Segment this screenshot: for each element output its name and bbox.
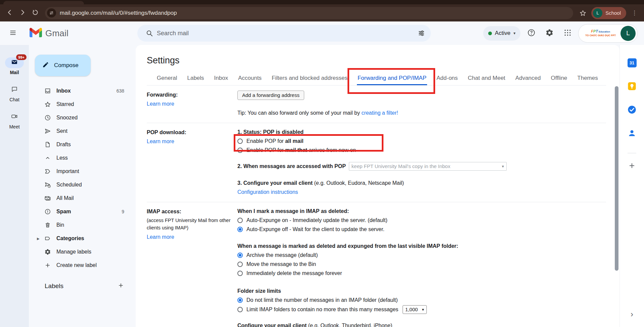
bookmark-star-icon[interactable] [577, 7, 589, 19]
tab-accounts[interactable]: Accounts [237, 71, 262, 85]
scrollbar-thumb[interactable] [615, 86, 618, 271]
tab-general[interactable]: General [156, 71, 178, 85]
rail-item-mail[interactable]: 99+Mail [5, 57, 24, 75]
radio-unchecked-icon[interactable] [237, 271, 243, 276]
rail-item-chat[interactable]: Chat [5, 85, 24, 102]
url-bar[interactable]: mail.google.com/mail/u/0/#settings/fwdan… [45, 7, 573, 19]
sidebar-item-all-mail[interactable]: All Mail [29, 192, 136, 205]
hamburger-icon [9, 29, 16, 38]
sidebar: Compose Inbox638StarredSnoozedSentDrafts… [29, 45, 136, 327]
tab-inbox[interactable]: Inbox [214, 71, 229, 85]
tab-filters-and-blocked-addresses[interactable]: Filters and blocked addresses [271, 71, 348, 85]
sidebar-item-less[interactable]: Less [29, 151, 136, 165]
radio-unchecked-icon[interactable] [237, 218, 243, 223]
radio-unchecked-icon[interactable] [237, 307, 243, 312]
gmail-brand-text: Gmail [45, 28, 68, 39]
rail-item-meet[interactable]: Meet [5, 112, 24, 129]
meet-icon [11, 113, 18, 121]
tab-chat-and-meet[interactable]: Chat and Meet [467, 71, 506, 85]
folder-size-option-2[interactable]: Limit IMAP folders to contain no more th… [237, 305, 606, 314]
tab-offline[interactable]: Offline [550, 71, 568, 85]
forwarding-tip: Tip: You can also forward only some of y… [237, 109, 606, 117]
forward-icon [19, 9, 26, 17]
create-label-button[interactable] [118, 282, 124, 290]
sidebar-item-drafts[interactable]: Drafts [29, 138, 136, 151]
expunge-behavior-option-3[interactable]: Immediately delete the message forever [237, 269, 606, 277]
help-icon [527, 29, 536, 38]
enable-pop-from-now-option[interactable]: Enable POP for mail that arrives from no… [237, 146, 606, 154]
sidebar-item-snoozed[interactable]: Snoozed [29, 111, 136, 124]
message-limit-select[interactable]: 1,000▾ [403, 305, 427, 314]
enable-pop-all-mail-option[interactable]: Enable POP for all mail [237, 137, 606, 145]
search-icon[interactable] [142, 26, 157, 41]
tab-forwarding-and-pop-imap[interactable]: Forwarding and POP/IMAP [357, 71, 427, 85]
radio-checked-icon[interactable] [237, 253, 243, 258]
status-selector[interactable]: Active ▾ [483, 26, 520, 41]
expunge-behavior-option-1[interactable]: Archive the message (default) [237, 251, 606, 259]
expander-icon[interactable]: ▶ [37, 237, 40, 240]
radio-checked-icon[interactable] [237, 297, 243, 303]
help-button[interactable] [524, 26, 539, 41]
tasks-icon[interactable] [627, 105, 637, 115]
tab-advanced[interactable]: Advanced [515, 71, 542, 85]
url-text[interactable]: mail.google.com/mail/u/0/#settings/fwdan… [60, 10, 177, 16]
back-button[interactable] [3, 7, 16, 19]
compose-button[interactable]: Compose [35, 55, 91, 76]
get-addons-button[interactable] [627, 161, 637, 171]
sidebar-item-manage-labels[interactable]: Manage labels [29, 245, 136, 259]
radio-unchecked-icon[interactable] [237, 262, 243, 267]
configuration-instructions-link[interactable]: Configuration instructions [237, 189, 298, 195]
search-bar[interactable] [137, 25, 431, 42]
search-input[interactable] [157, 30, 414, 37]
sidebar-item-categories[interactable]: ▶Categories [29, 232, 136, 245]
apps-button[interactable] [560, 26, 575, 41]
pop-access-select[interactable]: keep FPT University Mail's copy in the I… [349, 162, 507, 171]
tab-labels[interactable]: Labels [186, 71, 204, 85]
keep-icon[interactable] [627, 81, 637, 91]
settings-button[interactable] [542, 26, 557, 41]
item-count: 638 [117, 88, 124, 94]
sidebar-item-sent[interactable]: Sent [29, 124, 136, 138]
hide-panel-chevron-icon[interactable]: › [631, 310, 633, 318]
radio-unchecked-icon[interactable] [237, 139, 243, 144]
sidebar-item-important[interactable]: Important [29, 165, 136, 178]
browser-toolbar: mail.google.com/mail/u/0/#settings/fwdan… [0, 4, 644, 21]
sidebar-item-scheduled[interactable]: Scheduled [29, 178, 136, 192]
main-menu-button[interactable] [5, 25, 21, 41]
sidebar-item-create-new-label[interactable]: Create new label [29, 259, 136, 272]
radio-checked-icon[interactable] [237, 227, 243, 232]
creating-filter-link[interactable]: creating a filter! [361, 110, 398, 116]
tab-add-ons[interactable]: Add-ons [436, 71, 458, 85]
folder-size-option-1[interactable]: Do not limit the number of messages in a… [237, 296, 606, 304]
sidebar-item-label: All Mail [56, 195, 124, 201]
calendar-icon[interactable]: 31 [627, 58, 637, 68]
sidebar-item-inbox[interactable]: Inbox638 [29, 84, 136, 98]
add-forwarding-address-button[interactable]: Add a forwarding address [237, 91, 304, 100]
reload-button[interactable] [29, 7, 42, 19]
sidebar-item-label: Important [56, 168, 124, 174]
sidebar-item-starred[interactable]: Starred [29, 98, 136, 111]
sidebar-item-spam[interactable]: Spam9 [29, 205, 136, 218]
star-icon [44, 101, 51, 108]
expunge-behavior-option-2[interactable]: Move the message to the Bin [237, 260, 606, 268]
browser-tab[interactable] [3, 1, 84, 4]
gmail-header: Gmail Active ▾ FPTEducation TỔ CHỨC GIÁO… [0, 21, 644, 45]
contacts-icon[interactable] [627, 128, 637, 138]
radio-unchecked-icon[interactable] [237, 148, 243, 153]
tab-themes[interactable]: Themes [577, 71, 598, 85]
forward-button[interactable] [16, 7, 29, 19]
search-options-icon[interactable] [414, 26, 429, 41]
imap-expunge-options: Archive the message (default)Move the me… [237, 251, 606, 277]
auto-expunge-option-1[interactable]: Auto-Expunge on - Immediately update the… [237, 216, 606, 224]
imap-learn-more-link[interactable]: Learn more [147, 233, 174, 240]
site-info-icon[interactable] [47, 8, 56, 17]
sidebar-item-bin[interactable]: Bin [29, 218, 136, 232]
side-panel: 31 › [619, 45, 644, 327]
browser-profile-chip[interactable]: L School [591, 7, 626, 19]
pop-learn-more-link[interactable]: Learn more [147, 138, 174, 145]
browser-menu-icon[interactable]: ⋮ [628, 10, 641, 16]
account-profile[interactable]: FPTEducation TỔ CHỨC GIÁO DỤC FPT L [578, 24, 638, 43]
avatar[interactable]: L [620, 26, 636, 41]
forwarding-learn-more-link[interactable]: Learn more [147, 100, 174, 107]
auto-expunge-option-2[interactable]: Auto-Expunge off - Wait for the client t… [237, 225, 606, 233]
